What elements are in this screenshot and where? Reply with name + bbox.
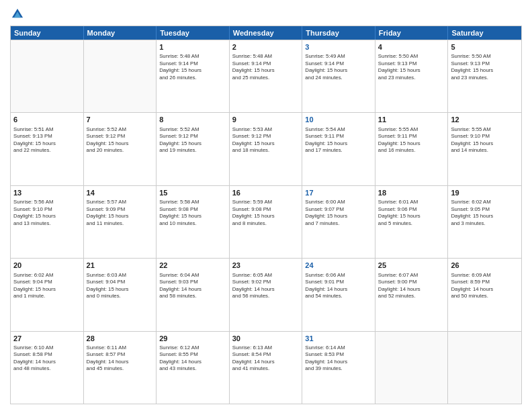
- day-number: 12: [451, 115, 519, 124]
- header-day-thursday: Thursday: [302, 26, 375, 40]
- day-number: 6: [13, 115, 81, 124]
- day-number: 27: [13, 334, 81, 343]
- day-info: Sunrise: 5:51 AM Sunset: 9:13 PM Dayligh…: [13, 126, 81, 154]
- day-info: Sunrise: 5:55 AM Sunset: 9:10 PM Dayligh…: [451, 126, 519, 154]
- day-info: Sunrise: 6:09 AM Sunset: 8:59 PM Dayligh…: [451, 272, 519, 300]
- calendar-cell: 29Sunrise: 6:12 AM Sunset: 8:55 PM Dayli…: [157, 332, 230, 404]
- day-number: 17: [305, 188, 372, 197]
- day-info: Sunrise: 5:49 AM Sunset: 9:14 PM Dayligh…: [305, 53, 372, 81]
- calendar-cell: 20Sunrise: 6:02 AM Sunset: 9:04 PM Dayli…: [11, 259, 84, 330]
- calendar-cell: 28Sunrise: 6:11 AM Sunset: 8:57 PM Dayli…: [84, 332, 157, 404]
- day-info: Sunrise: 6:02 AM Sunset: 9:04 PM Dayligh…: [13, 272, 81, 300]
- calendar-cell: [375, 332, 449, 404]
- calendar-cell: 3Sunrise: 5:49 AM Sunset: 9:14 PM Daylig…: [302, 40, 375, 112]
- day-number: 22: [159, 261, 226, 270]
- calendar-cell: 25Sunrise: 6:07 AM Sunset: 9:00 PM Dayli…: [375, 259, 449, 330]
- day-info: Sunrise: 5:59 AM Sunset: 9:08 PM Dayligh…: [232, 199, 300, 227]
- calendar-cell: [84, 40, 157, 112]
- day-info: Sunrise: 5:57 AM Sunset: 9:09 PM Dayligh…: [87, 199, 154, 227]
- day-number: 4: [378, 42, 445, 52]
- day-info: Sunrise: 5:50 AM Sunset: 9:13 PM Dayligh…: [378, 53, 445, 81]
- day-number: 11: [378, 115, 445, 124]
- day-info: Sunrise: 6:14 AM Sunset: 8:53 PM Dayligh…: [305, 345, 372, 373]
- day-number: 7: [87, 115, 154, 124]
- day-number: 18: [378, 188, 445, 197]
- day-info: Sunrise: 6:06 AM Sunset: 9:01 PM Dayligh…: [305, 272, 372, 300]
- calendar-body: 1Sunrise: 5:48 AM Sunset: 9:14 PM Daylig…: [11, 40, 521, 404]
- calendar: SundayMondayTuesdayWednesdayThursdayFrid…: [10, 26, 522, 404]
- day-info: Sunrise: 5:53 AM Sunset: 9:12 PM Dayligh…: [232, 126, 300, 154]
- day-number: 3: [305, 42, 372, 52]
- day-info: Sunrise: 6:02 AM Sunset: 9:05 PM Dayligh…: [451, 199, 519, 227]
- day-number: 25: [378, 261, 445, 270]
- calendar-cell: 24Sunrise: 6:06 AM Sunset: 9:01 PM Dayli…: [302, 259, 375, 330]
- header-day-friday: Friday: [375, 26, 449, 40]
- calendar-cell: 10Sunrise: 5:54 AM Sunset: 9:11 PM Dayli…: [302, 113, 375, 185]
- calendar-row-2: 13Sunrise: 5:56 AM Sunset: 9:10 PM Dayli…: [11, 185, 521, 258]
- day-info: Sunrise: 6:01 AM Sunset: 9:06 PM Dayligh…: [378, 199, 445, 227]
- day-info: Sunrise: 6:03 AM Sunset: 9:04 PM Dayligh…: [87, 272, 154, 300]
- header-day-monday: Monday: [84, 26, 157, 40]
- header-day-sunday: Sunday: [11, 26, 84, 40]
- page: SundayMondayTuesdayWednesdayThursdayFrid…: [0, 0, 532, 411]
- day-info: Sunrise: 5:54 AM Sunset: 9:11 PM Dayligh…: [305, 126, 372, 154]
- day-info: Sunrise: 6:13 AM Sunset: 8:54 PM Dayligh…: [232, 345, 300, 373]
- calendar-cell: 4Sunrise: 5:50 AM Sunset: 9:13 PM Daylig…: [375, 40, 449, 112]
- calendar-cell: [11, 40, 84, 112]
- day-number: 15: [159, 188, 226, 197]
- day-info: Sunrise: 5:50 AM Sunset: 9:13 PM Dayligh…: [451, 53, 519, 81]
- calendar-cell: 31Sunrise: 6:14 AM Sunset: 8:53 PM Dayli…: [302, 332, 375, 404]
- calendar-cell: 8Sunrise: 5:52 AM Sunset: 9:12 PM Daylig…: [157, 113, 230, 185]
- calendar-cell: 13Sunrise: 5:56 AM Sunset: 9:10 PM Dayli…: [11, 186, 84, 258]
- calendar-cell: 6Sunrise: 5:51 AM Sunset: 9:13 PM Daylig…: [11, 113, 84, 185]
- day-info: Sunrise: 6:04 AM Sunset: 9:03 PM Dayligh…: [159, 272, 226, 300]
- day-info: Sunrise: 6:07 AM Sunset: 9:00 PM Dayligh…: [378, 272, 445, 300]
- calendar-cell: 14Sunrise: 5:57 AM Sunset: 9:09 PM Dayli…: [84, 186, 157, 258]
- calendar-row-3: 20Sunrise: 6:02 AM Sunset: 9:04 PM Dayli…: [11, 258, 521, 330]
- day-number: 13: [13, 188, 81, 197]
- calendar-cell: 2Sunrise: 5:48 AM Sunset: 9:14 PM Daylig…: [230, 40, 303, 112]
- day-info: Sunrise: 6:12 AM Sunset: 8:55 PM Dayligh…: [159, 345, 226, 373]
- day-number: 9: [232, 115, 300, 124]
- calendar-cell: 11Sunrise: 5:55 AM Sunset: 9:11 PM Dayli…: [375, 113, 449, 185]
- logo: [10, 7, 27, 21]
- logo-icon: [10, 7, 25, 21]
- day-number: 31: [305, 334, 372, 343]
- day-number: 16: [232, 188, 300, 197]
- day-number: 8: [159, 115, 226, 124]
- calendar-cell: 26Sunrise: 6:09 AM Sunset: 8:59 PM Dayli…: [448, 259, 521, 330]
- day-info: Sunrise: 5:58 AM Sunset: 9:08 PM Dayligh…: [159, 199, 226, 227]
- day-info: Sunrise: 6:10 AM Sunset: 8:58 PM Dayligh…: [13, 345, 81, 373]
- calendar-cell: 16Sunrise: 5:59 AM Sunset: 9:08 PM Dayli…: [230, 186, 303, 258]
- calendar-cell: 21Sunrise: 6:03 AM Sunset: 9:04 PM Dayli…: [84, 259, 157, 330]
- calendar-cell: 22Sunrise: 6:04 AM Sunset: 9:03 PM Dayli…: [157, 259, 230, 330]
- day-number: 26: [451, 261, 519, 270]
- day-number: 29: [159, 334, 226, 343]
- day-info: Sunrise: 6:00 AM Sunset: 9:07 PM Dayligh…: [305, 199, 372, 227]
- header-day-saturday: Saturday: [448, 26, 521, 40]
- calendar-cell: 9Sunrise: 5:53 AM Sunset: 9:12 PM Daylig…: [230, 113, 303, 185]
- day-number: 23: [232, 261, 300, 270]
- calendar-row-4: 27Sunrise: 6:10 AM Sunset: 8:58 PM Dayli…: [11, 331, 521, 404]
- header-day-wednesday: Wednesday: [230, 26, 303, 40]
- day-number: 10: [305, 115, 372, 124]
- day-number: 30: [232, 334, 300, 343]
- calendar-row-1: 6Sunrise: 5:51 AM Sunset: 9:13 PM Daylig…: [11, 112, 521, 185]
- day-info: Sunrise: 6:05 AM Sunset: 9:02 PM Dayligh…: [232, 272, 300, 300]
- calendar-cell: 30Sunrise: 6:13 AM Sunset: 8:54 PM Dayli…: [230, 332, 303, 404]
- day-info: Sunrise: 6:11 AM Sunset: 8:57 PM Dayligh…: [87, 345, 154, 373]
- calendar-cell: 17Sunrise: 6:00 AM Sunset: 9:07 PM Dayli…: [302, 186, 375, 258]
- day-info: Sunrise: 5:48 AM Sunset: 9:14 PM Dayligh…: [232, 53, 300, 81]
- calendar-cell: [448, 332, 521, 404]
- header-day-tuesday: Tuesday: [157, 26, 230, 40]
- calendar-cell: 1Sunrise: 5:48 AM Sunset: 9:14 PM Daylig…: [157, 40, 230, 112]
- day-number: 14: [87, 188, 154, 197]
- calendar-cell: 15Sunrise: 5:58 AM Sunset: 9:08 PM Dayli…: [157, 186, 230, 258]
- calendar-cell: 18Sunrise: 6:01 AM Sunset: 9:06 PM Dayli…: [375, 186, 449, 258]
- day-number: 2: [232, 42, 300, 52]
- calendar-cell: 23Sunrise: 6:05 AM Sunset: 9:02 PM Dayli…: [230, 259, 303, 330]
- day-info: Sunrise: 5:52 AM Sunset: 9:12 PM Dayligh…: [159, 126, 226, 154]
- day-info: Sunrise: 5:52 AM Sunset: 9:12 PM Dayligh…: [87, 126, 154, 154]
- header: [10, 7, 522, 21]
- day-number: 5: [451, 42, 519, 52]
